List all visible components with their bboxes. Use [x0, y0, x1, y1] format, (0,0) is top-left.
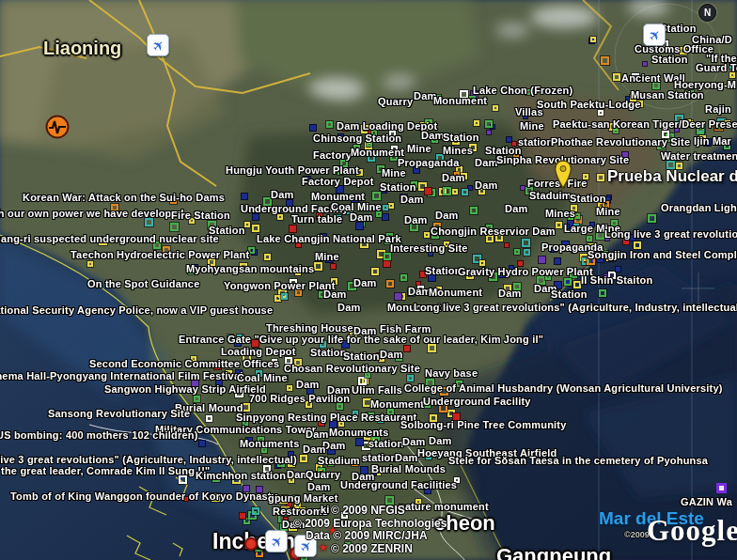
placemark-label[interactable]: Solbong-ri Pine Tree Community	[400, 419, 567, 430]
placemark-label[interactable]: Mine	[382, 167, 406, 179]
placemark-label[interactable]: Dam	[271, 189, 293, 200]
map-marker[interactable]	[554, 257, 561, 265]
map-marker[interactable]	[194, 396, 200, 402]
map-marker[interactable]	[145, 218, 153, 226]
placemark-label[interactable]: South Paektu-Lodge	[537, 99, 641, 110]
map-marker[interactable]	[87, 261, 93, 267]
map-marker[interactable]	[599, 289, 606, 297]
placemark-label[interactable]: Dam	[475, 179, 497, 191]
map-marker[interactable]	[277, 214, 283, 220]
placemark-label[interactable]: Orangdan Ligh	[661, 202, 737, 213]
pushpin-icon[interactable]	[553, 160, 573, 190]
map-marker[interactable]	[289, 225, 297, 233]
placemark-label[interactable]: Lake Changjin National Park	[257, 233, 401, 244]
map-marker[interactable]	[281, 293, 288, 300]
airplane-icon[interactable]: ✈	[147, 34, 169, 56]
placemark-label[interactable]: Il Shin Staiton	[581, 274, 652, 286]
placemark-label[interactable]: gpung Market	[268, 492, 338, 504]
placemark-label[interactable]: Station	[570, 193, 606, 204]
placemark-label[interactable]: Paektu-san Korean Tiger/Deer Prese	[553, 118, 737, 130]
map-marker[interactable]	[514, 249, 520, 255]
placemark-label[interactable]: Dam	[395, 452, 417, 463]
map-marker[interactable]	[170, 223, 179, 231]
placemark-label[interactable]: Monument	[370, 398, 424, 410]
map-marker[interactable]	[314, 262, 322, 271]
placemark-label[interactable]: Dam	[442, 172, 464, 183]
placemark-label[interactable]: Mine	[315, 251, 339, 262]
earthquake-icon[interactable]	[45, 115, 70, 139]
highlight-placemark-label[interactable]: Prueba Nuclear d	[607, 167, 737, 186]
map-marker[interactable]	[355, 438, 364, 446]
placemark-label[interactable]: Monument	[433, 95, 487, 106]
placemark-label[interactable]: Station	[310, 347, 347, 358]
map-marker[interactable]	[598, 110, 604, 116]
placemark-label[interactable]: Dam	[337, 302, 360, 313]
placemark-label[interactable]: Dam	[322, 440, 345, 451]
map-marker[interactable]	[504, 242, 510, 248]
placemark-label[interactable]: Sansong Revolutionary Site	[48, 408, 190, 419]
placemark-label[interactable]: Mine	[520, 120, 544, 132]
placemark-label[interactable]: Dam	[429, 435, 451, 446]
map-marker[interactable]	[613, 73, 620, 81]
map-viewport[interactable]: N Google StationChina/DCustoms OfficeSta…	[0, 0, 737, 560]
map-marker[interactable]	[384, 253, 391, 260]
placemark-label[interactable]: Factory	[313, 149, 352, 161]
map-marker[interactable]	[556, 222, 562, 228]
placemark-label[interactable]: Underground Facilities	[340, 479, 457, 490]
placemark-label[interactable]: Villas	[515, 106, 543, 117]
map-marker[interactable]	[538, 256, 546, 264]
map-marker[interactable]	[493, 105, 498, 111]
placemark-label[interactable]: Station	[443, 132, 479, 143]
placemark-label[interactable]: Chongjin Reservior Dam	[431, 226, 556, 237]
placemark-label[interactable]: Station	[380, 181, 416, 193]
placemark-label[interactable]: Interesting Site	[390, 242, 468, 254]
placemark-label[interactable]: Ijin Mar	[694, 135, 731, 147]
placemark-label[interactable]: Second Economic Committee Offices	[89, 358, 279, 369]
map-marker[interactable]	[601, 56, 609, 65]
placemark-label[interactable]: Dam	[435, 210, 458, 221]
placemark-label[interactable]: Underground Facility	[423, 396, 531, 407]
placemark-label[interactable]: Long live 3 great revolutions" (Agricult…	[414, 302, 737, 313]
placemark-label[interactable]: Coal Mine	[237, 372, 288, 383]
gazin-marker-icon[interactable]	[716, 483, 727, 493]
placemark-label[interactable]: Myohyangsan mountains	[186, 263, 314, 274]
placemark-label[interactable]: Lake Chon (Frozen)	[473, 85, 572, 96]
placemark-label[interactable]: Guard To	[696, 62, 737, 73]
placemark-label[interactable]: Station	[343, 350, 380, 362]
map-marker[interactable]	[386, 280, 394, 288]
placemark-label[interactable]: Dam	[505, 203, 527, 214]
placemark-label[interactable]: Factory Depot	[302, 176, 374, 187]
placemark-label[interactable]: Quarry	[306, 469, 340, 480]
map-marker[interactable]	[615, 266, 621, 272]
map-marker[interactable]	[179, 475, 187, 484]
map-marker[interactable]	[287, 385, 292, 391]
placemark-label[interactable]: Chinsong Station	[313, 132, 401, 144]
map-marker[interactable]	[383, 259, 391, 268]
city-dot-icon[interactable]	[244, 537, 258, 551]
map-marker[interactable]	[467, 185, 473, 191]
placemark-label[interactable]: Navy base	[425, 367, 478, 379]
placemark-label[interactable]: Dam	[307, 481, 330, 492]
placemark-label[interactable]: Mine	[596, 206, 620, 217]
placemark-label[interactable]: Entrance Gate "Give up your life for the…	[179, 334, 543, 345]
placemark-label[interactable]: th our own power we have developed	[0, 208, 184, 219]
placemark-label[interactable]: National Security Agency Police, now a V…	[0, 304, 273, 316]
map-marker[interactable]	[462, 189, 468, 195]
compass-north-icon[interactable]: N	[698, 4, 716, 22]
map-marker[interactable]	[383, 205, 388, 210]
placemark-label[interactable]: US bombing: 400 mothers 102 children)	[0, 429, 198, 441]
map-marker[interactable]	[372, 192, 381, 200]
placemark-label[interactable]: Monument	[351, 147, 404, 158]
placemark-label[interactable]: Mines	[443, 145, 473, 156]
map-marker[interactable]	[371, 268, 379, 275]
placemark-label[interactable]: Songjin Iron and Steel Complex	[588, 249, 737, 260]
placemark-label[interactable]: Turn table	[291, 213, 342, 225]
map-marker[interactable]	[486, 130, 492, 135]
placemark-label[interactable]: On the Spot Guidance	[87, 278, 200, 289]
placemark-label[interactable]: Phothae Revolutionary Site	[551, 136, 690, 148]
placemark-label[interactable]: Dam	[408, 286, 431, 297]
map-marker[interactable]	[506, 136, 512, 143]
placemark-label[interactable]: station	[368, 438, 403, 449]
placemark-label[interactable]: GAZIN Wa	[681, 496, 732, 507]
placemark-label[interactable]: station	[518, 136, 553, 148]
